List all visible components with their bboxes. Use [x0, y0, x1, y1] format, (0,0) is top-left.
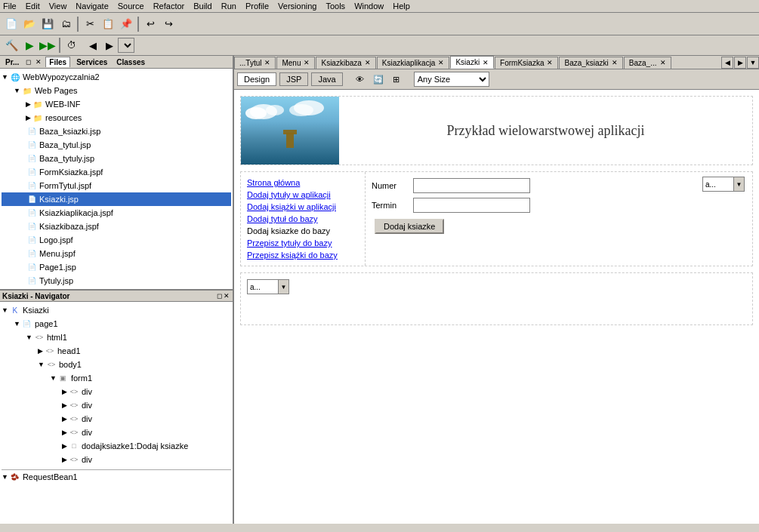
- prev-btn[interactable]: ◀: [85, 37, 101, 54]
- nav-form1[interactable]: ▼ ▣ form1: [2, 371, 231, 385]
- tree-resources[interactable]: ▶ 📁 resources: [2, 111, 231, 125]
- grid-icon[interactable]: ⊞: [388, 71, 405, 88]
- nav-page1[interactable]: ▼ 📄 page1: [2, 317, 231, 331]
- refresh-icon[interactable]: 🔄: [370, 71, 387, 88]
- tab-next-btn[interactable]: ▶: [734, 57, 746, 69]
- nav-expand-html1[interactable]: ▼: [26, 334, 32, 341]
- tab-baza-ksiazki-close[interactable]: ✕: [612, 59, 618, 66]
- tree-baza-tytuly[interactable]: 📄 Baza_tytuly.jsp: [2, 152, 231, 165]
- new-button[interactable]: 📄: [3, 16, 20, 32]
- dropdown-top-right[interactable]: a... ▼: [702, 177, 745, 192]
- paste-button[interactable]: 📌: [118, 16, 134, 32]
- link-dodaj-tytuly[interactable]: Dodaj tytuły w aplikacji: [247, 190, 359, 199]
- tree-formksiazka[interactable]: 📄 FormKsiazka.jspf: [2, 165, 231, 179]
- target-dropdown[interactable]: [118, 38, 134, 53]
- nav-expand-page1[interactable]: ▼: [14, 320, 20, 328]
- numer-input[interactable]: [413, 178, 530, 193]
- menu-refactor[interactable]: Refactor: [153, 2, 185, 11]
- nav-dodajksiazke[interactable]: ▶ □ dodajksiazke1:Dodaj ksiazke: [2, 439, 231, 453]
- expand-root[interactable]: ▼: [2, 73, 8, 81]
- build-icon[interactable]: 🔨: [3, 37, 20, 54]
- menu-help[interactable]: Help: [393, 2, 410, 11]
- nav-expand-root[interactable]: ▼: [2, 306, 8, 314]
- design-tab-design[interactable]: Design: [237, 72, 276, 86]
- tab-formksiazka[interactable]: FormKsiazka ✕: [495, 57, 558, 69]
- nav-body1[interactable]: ▼ <> body1: [2, 358, 231, 371]
- tree-tytulyaplikacja[interactable]: 📄 Tytulyaplikacja.jspf: [2, 288, 231, 289]
- tree-root[interactable]: ▼ 🌐 WebWypozyczalnia2: [2, 70, 231, 84]
- tab-baza-etc-close[interactable]: ✕: [660, 59, 666, 66]
- save-button[interactable]: 💾: [39, 16, 56, 32]
- tab-formksiazka-close[interactable]: ✕: [547, 59, 553, 66]
- nav-html1[interactable]: ▼ <> html1: [2, 331, 231, 344]
- nav-head1[interactable]: ▶ <> head1: [2, 344, 231, 358]
- tree-baza-tytul[interactable]: 📄 Baza_tytul.jsp: [2, 138, 231, 152]
- nav-div1[interactable]: ▶ <> div: [2, 385, 231, 398]
- menu-source[interactable]: Source: [118, 2, 144, 11]
- menu-edit[interactable]: Edit: [26, 2, 40, 11]
- nav-div2[interactable]: ▶ <> div: [2, 398, 231, 412]
- menu-view[interactable]: View: [49, 2, 67, 11]
- menu-navigate[interactable]: Navigate: [76, 2, 108, 11]
- tab-menu-close[interactable]: ✕: [304, 59, 310, 66]
- preview-icon[interactable]: 👁: [352, 71, 369, 88]
- tree-menu[interactable]: 📄 Menu.jspf: [2, 247, 231, 260]
- nav-expand-div1[interactable]: ▶: [62, 388, 67, 395]
- tab-baza-ksiazki[interactable]: Baza_ksiazki ✕: [559, 57, 622, 69]
- nav-expand-dodaj[interactable]: ▶: [62, 442, 67, 450]
- dropdown2-arrow-icon[interactable]: ▼: [278, 280, 288, 294]
- nav-requestbean1[interactable]: ▼ 🫘 RequestBean1: [2, 469, 231, 484]
- nav-ksiazki[interactable]: ▼ K Ksiazki: [2, 303, 231, 317]
- dropdown2[interactable]: a... ▼: [247, 279, 289, 294]
- nav-expand-form1[interactable]: ▼: [50, 374, 57, 382]
- tab-prev-btn[interactable]: ◀: [721, 57, 733, 69]
- nav-expand-div4[interactable]: ▶: [62, 429, 67, 436]
- cut-button[interactable]: ✂: [82, 16, 98, 32]
- tab-ksiazkibaza-close[interactable]: ✕: [365, 59, 371, 66]
- tab-ksiazki[interactable]: Ksiazki ✕: [450, 56, 494, 69]
- tree-tytuly[interactable]: 📄 Tytuly.jsp: [2, 274, 231, 288]
- tree-ksiazki[interactable]: 📄 Ksiazki.jsp: [2, 192, 231, 206]
- tree-webinf[interactable]: ▶ 📁 WEB-INF: [2, 97, 231, 111]
- menu-tools[interactable]: Tools: [326, 2, 345, 11]
- tab-tytul[interactable]: ...Tytul ✕: [234, 57, 276, 69]
- nav-div3[interactable]: ▶ <> div: [2, 412, 231, 426]
- profile-icon[interactable]: ⏱: [63, 37, 80, 54]
- copy-button[interactable]: 📋: [100, 16, 116, 32]
- close-top-icon[interactable]: ✕: [35, 57, 42, 66]
- tab-tytul-close[interactable]: ✕: [264, 59, 270, 66]
- menu-versioning[interactable]: Versioning: [278, 2, 316, 11]
- redo-button[interactable]: ↪: [160, 16, 177, 32]
- tab-ksiazkiaplikacja[interactable]: Ksiazkiaplikacja ✕: [377, 57, 450, 69]
- nav-expand-div3[interactable]: ▶: [62, 415, 67, 423]
- tab-list-btn[interactable]: ▼: [747, 57, 759, 69]
- menu-file[interactable]: File: [3, 2, 17, 11]
- expand-resources[interactable]: ▶: [26, 114, 31, 121]
- tree-page1[interactable]: 📄 Page1.jsp: [2, 260, 231, 274]
- tree-logo[interactable]: 📄 Logo.jspf: [2, 233, 231, 247]
- size-select[interactable]: Any Size 800x600 1024x768: [414, 72, 489, 87]
- tab-services[interactable]: Services: [73, 57, 110, 67]
- tree-ksiazkibaza[interactable]: 📄 Ksiazkibaza.jspf: [2, 220, 231, 233]
- tab-classes[interactable]: Classes: [113, 57, 148, 67]
- nav-expand-req[interactable]: ▼: [2, 473, 8, 481]
- undo-button[interactable]: ↩: [142, 16, 159, 32]
- link-strona-glowna[interactable]: Strona główna: [247, 178, 359, 187]
- expand-webinf[interactable]: ▶: [26, 100, 31, 108]
- design-tab-java[interactable]: Java: [311, 72, 342, 86]
- menu-build[interactable]: Build: [193, 2, 211, 11]
- nav-close-icon[interactable]: ✕: [223, 291, 230, 300]
- debug-icon[interactable]: ▶▶: [39, 37, 56, 54]
- tab-ksiazki-close[interactable]: ✕: [483, 59, 489, 66]
- saveall-button[interactable]: 🗂: [57, 16, 74, 32]
- tab-ksiazkiaplikacja-close[interactable]: ✕: [438, 59, 444, 66]
- minimize-icon[interactable]: ◻: [25, 57, 32, 66]
- nav-minimize-icon[interactable]: ◻: [216, 291, 223, 300]
- dropdown1-arrow-icon[interactable]: ▼: [733, 177, 744, 191]
- expand-webpages[interactable]: ▼: [14, 87, 20, 94]
- nav-expand-div5[interactable]: ▶: [62, 456, 67, 463]
- next-btn[interactable]: ▶: [101, 37, 118, 54]
- run-icon[interactable]: ▶: [21, 37, 38, 54]
- open-button[interactable]: 📂: [21, 16, 38, 32]
- tab-baza-etc[interactable]: Baza_... ✕: [624, 57, 671, 69]
